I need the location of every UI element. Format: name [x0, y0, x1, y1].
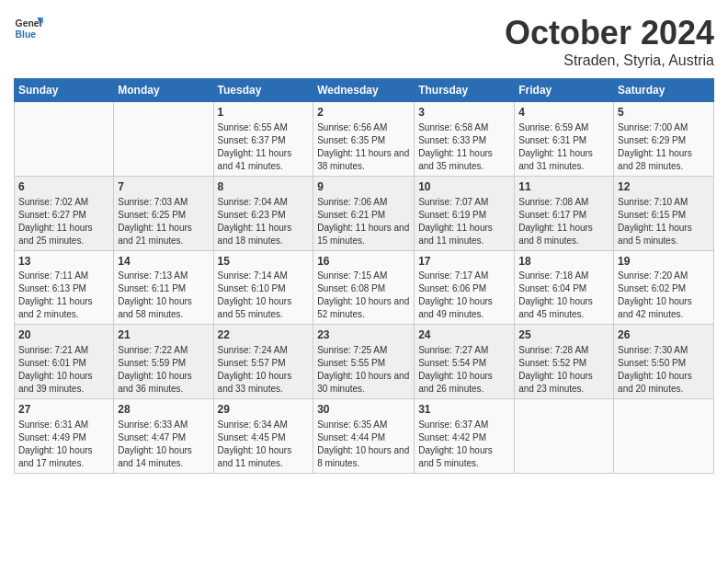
- day-info: Sunrise: 7:28 AM Sunset: 5:52 PM Dayligh…: [518, 344, 609, 396]
- day-info: Sunrise: 7:02 AM Sunset: 6:27 PM Dayligh…: [18, 196, 109, 247]
- calendar-cell: [614, 399, 714, 474]
- day-info: Sunrise: 7:21 AM Sunset: 6:01 PM Dayligh…: [18, 344, 109, 396]
- day-info: Sunrise: 7:17 AM Sunset: 6:06 PM Dayligh…: [418, 270, 510, 321]
- calendar-cell: 1Sunrise: 6:55 AM Sunset: 6:37 PM Daylig…: [213, 102, 313, 177]
- day-info: Sunrise: 7:00 AM Sunset: 6:29 PM Dayligh…: [618, 121, 710, 173]
- title-block: October 2024 Straden, Styria, Austria: [505, 14, 714, 69]
- calendar-cell: 6Sunrise: 7:02 AM Sunset: 6:27 PM Daylig…: [15, 176, 114, 250]
- calendar-cell: 15Sunrise: 7:14 AM Sunset: 6:10 PM Dayli…: [213, 250, 313, 325]
- day-info: Sunrise: 6:59 AM Sunset: 6:31 PM Dayligh…: [518, 121, 609, 173]
- calendar-cell: 28Sunrise: 6:33 AM Sunset: 4:47 PM Dayli…: [114, 399, 213, 474]
- calendar-cell: 23Sunrise: 7:25 AM Sunset: 5:55 PM Dayli…: [313, 325, 415, 399]
- calendar-cell: 14Sunrise: 7:13 AM Sunset: 6:11 PM Dayli…: [114, 250, 213, 325]
- day-info: Sunrise: 7:03 AM Sunset: 6:25 PM Dayligh…: [118, 196, 209, 247]
- day-number: 11: [518, 179, 609, 195]
- calendar-table: SundayMondayTuesdayWednesdayThursdayFrid…: [14, 78, 714, 474]
- day-info: Sunrise: 7:18 AM Sunset: 6:04 PM Dayligh…: [518, 270, 609, 321]
- day-header-wednesday: Wednesday: [313, 79, 415, 102]
- day-info: Sunrise: 7:11 AM Sunset: 6:13 PM Dayligh…: [18, 270, 109, 321]
- day-number: 28: [118, 402, 209, 418]
- day-number: 27: [18, 402, 109, 418]
- day-number: 16: [317, 254, 410, 270]
- day-info: Sunrise: 7:30 AM Sunset: 5:50 PM Dayligh…: [618, 344, 710, 396]
- day-info: Sunrise: 7:13 AM Sunset: 6:11 PM Dayligh…: [118, 270, 209, 321]
- day-info: Sunrise: 7:08 AM Sunset: 6:17 PM Dayligh…: [518, 196, 609, 247]
- day-number: 19: [618, 254, 710, 270]
- day-info: Sunrise: 6:33 AM Sunset: 4:47 PM Dayligh…: [118, 419, 209, 470]
- logo: General Blue: [14, 14, 43, 43]
- calendar-cell: 3Sunrise: 6:58 AM Sunset: 6:33 PM Daylig…: [415, 102, 515, 177]
- day-info: Sunrise: 7:20 AM Sunset: 6:02 PM Dayligh…: [618, 270, 710, 321]
- day-number: 26: [618, 327, 710, 343]
- day-number: 14: [118, 254, 209, 270]
- day-number: 6: [18, 179, 109, 195]
- day-header-thursday: Thursday: [415, 79, 515, 102]
- calendar-cell: 19Sunrise: 7:20 AM Sunset: 6:02 PM Dayli…: [614, 250, 714, 325]
- day-number: 17: [418, 254, 510, 270]
- calendar-cell: 7Sunrise: 7:03 AM Sunset: 6:25 PM Daylig…: [114, 176, 213, 250]
- calendar-cell: [114, 102, 213, 177]
- day-number: 20: [18, 327, 109, 343]
- day-number: 31: [418, 402, 510, 418]
- calendar-cell: 24Sunrise: 7:27 AM Sunset: 5:54 PM Dayli…: [415, 325, 515, 399]
- day-number: 13: [18, 254, 109, 270]
- calendar-cell: 9Sunrise: 7:06 AM Sunset: 6:21 PM Daylig…: [313, 176, 415, 250]
- day-header-friday: Friday: [515, 79, 614, 102]
- day-number: 12: [618, 179, 710, 195]
- day-header-saturday: Saturday: [614, 79, 714, 102]
- day-info: Sunrise: 7:27 AM Sunset: 5:54 PM Dayligh…: [418, 344, 510, 396]
- calendar-cell: 21Sunrise: 7:22 AM Sunset: 5:59 PM Dayli…: [114, 325, 213, 399]
- day-info: Sunrise: 6:56 AM Sunset: 6:35 PM Dayligh…: [317, 121, 410, 173]
- calendar-cell: 29Sunrise: 6:34 AM Sunset: 4:45 PM Dayli…: [213, 399, 313, 474]
- subtitle: Straden, Styria, Austria: [505, 52, 714, 69]
- calendar-cell: 26Sunrise: 7:30 AM Sunset: 5:50 PM Dayli…: [614, 325, 714, 399]
- logo-icon: General Blue: [14, 14, 43, 43]
- week-row-5: 27Sunrise: 6:31 AM Sunset: 4:49 PM Dayli…: [15, 399, 714, 474]
- month-title: October 2024: [505, 14, 714, 52]
- calendar-cell: 30Sunrise: 6:35 AM Sunset: 4:44 PM Dayli…: [313, 399, 415, 474]
- day-number: 3: [418, 105, 510, 121]
- day-info: Sunrise: 7:15 AM Sunset: 6:08 PM Dayligh…: [317, 270, 410, 321]
- calendar-cell: 11Sunrise: 7:08 AM Sunset: 6:17 PM Dayli…: [515, 176, 614, 250]
- day-number: 5: [618, 105, 710, 121]
- svg-text:Blue: Blue: [16, 29, 37, 40]
- day-number: 8: [218, 179, 310, 195]
- week-row-1: 1Sunrise: 6:55 AM Sunset: 6:37 PM Daylig…: [15, 102, 714, 177]
- day-info: Sunrise: 7:10 AM Sunset: 6:15 PM Dayligh…: [618, 196, 710, 247]
- calendar-cell: [15, 102, 114, 177]
- calendar-cell: 18Sunrise: 7:18 AM Sunset: 6:04 PM Dayli…: [515, 250, 614, 325]
- calendar-cell: 16Sunrise: 7:15 AM Sunset: 6:08 PM Dayli…: [313, 250, 415, 325]
- day-info: Sunrise: 7:07 AM Sunset: 6:19 PM Dayligh…: [418, 196, 510, 247]
- day-info: Sunrise: 6:31 AM Sunset: 4:49 PM Dayligh…: [18, 419, 109, 470]
- week-row-2: 6Sunrise: 7:02 AM Sunset: 6:27 PM Daylig…: [15, 176, 714, 250]
- week-row-4: 20Sunrise: 7:21 AM Sunset: 6:01 PM Dayli…: [15, 325, 714, 399]
- day-number: 9: [317, 179, 410, 195]
- calendar-cell: 17Sunrise: 7:17 AM Sunset: 6:06 PM Dayli…: [415, 250, 515, 325]
- day-number: 22: [218, 327, 310, 343]
- calendar-cell: [515, 399, 614, 474]
- calendar-cell: 4Sunrise: 6:59 AM Sunset: 6:31 PM Daylig…: [515, 102, 614, 177]
- day-number: 4: [518, 105, 609, 121]
- calendar-cell: 20Sunrise: 7:21 AM Sunset: 6:01 PM Dayli…: [15, 325, 114, 399]
- week-row-3: 13Sunrise: 7:11 AM Sunset: 6:13 PM Dayli…: [15, 250, 714, 325]
- day-number: 24: [418, 327, 510, 343]
- day-info: Sunrise: 7:14 AM Sunset: 6:10 PM Dayligh…: [218, 270, 310, 321]
- day-number: 7: [118, 179, 209, 195]
- calendar-cell: 22Sunrise: 7:24 AM Sunset: 5:57 PM Dayli…: [213, 325, 313, 399]
- day-header-tuesday: Tuesday: [213, 79, 313, 102]
- day-number: 10: [418, 179, 510, 195]
- day-header-monday: Monday: [114, 79, 213, 102]
- day-header-sunday: Sunday: [15, 79, 114, 102]
- day-number: 18: [518, 254, 609, 270]
- calendar-cell: 8Sunrise: 7:04 AM Sunset: 6:23 PM Daylig…: [213, 176, 313, 250]
- day-info: Sunrise: 7:04 AM Sunset: 6:23 PM Dayligh…: [218, 196, 310, 247]
- calendar-cell: 5Sunrise: 7:00 AM Sunset: 6:29 PM Daylig…: [614, 102, 714, 177]
- day-number: 15: [218, 254, 310, 270]
- day-number: 25: [518, 327, 609, 343]
- day-info: Sunrise: 6:35 AM Sunset: 4:44 PM Dayligh…: [317, 419, 410, 470]
- day-number: 30: [317, 402, 410, 418]
- day-number: 1: [218, 105, 310, 121]
- day-number: 29: [218, 402, 310, 418]
- calendar-cell: 13Sunrise: 7:11 AM Sunset: 6:13 PM Dayli…: [15, 250, 114, 325]
- day-info: Sunrise: 7:22 AM Sunset: 5:59 PM Dayligh…: [118, 344, 209, 396]
